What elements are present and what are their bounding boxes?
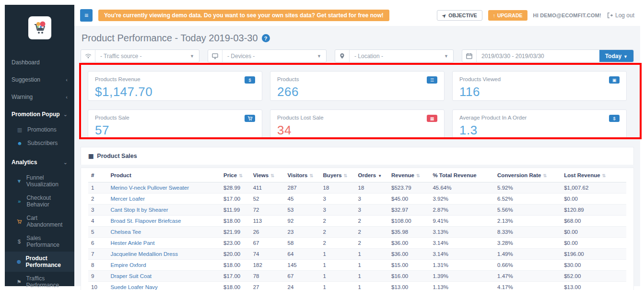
table-row: 5Chelsea Tee$21.99262322$35.983.13%8.33%… [88,227,626,238]
column-header-orders[interactable]: Orders▼ [355,168,388,182]
location-select[interactable]: - Location - ▼ [350,50,453,62]
cart-icon [245,115,255,122]
product-link[interactable]: Mercer Loafer [110,196,145,202]
up-arrow-icon: ↑ [493,12,495,18]
column-header-lost-revenue[interactable]: Lost Revenue⇅ [561,168,626,182]
cell-buyers: 18 [320,182,355,193]
sidebar-item-checkout-behavior[interactable]: »Checkout Behavior [5,191,74,211]
sidebar-item-promotions[interactable]: ▥Promotions [5,123,74,136]
sidebar-item-dashboard[interactable]: Dashboard [5,54,74,71]
upgrade-button[interactable]: ↑ UPGRADE [488,10,527,21]
cell-views: 26 [250,227,285,238]
sidebar-item-warning[interactable]: Warning‹ [5,88,74,106]
kpi-value: 266 [277,85,437,99]
cell-lost-revenue: $13.00 [561,282,626,290]
hamburger-menu-button[interactable]: ≡ [80,9,93,22]
kpi-value: 34 [277,123,437,138]
column-header-buyers[interactable]: Buyers⇅ [320,168,355,182]
sidebar-item-funnel-visualization[interactable]: ▼Funnel Visualization [5,171,74,191]
column-header-visitors[interactable]: Visitors⇅ [285,168,320,182]
cell-views: 52 [250,193,285,205]
today-button[interactable]: Today▼ [599,50,633,62]
cell-orders: 2 [355,238,388,249]
wifi-icon [81,50,95,62]
cell-revenue: $523.79 [388,182,430,193]
sidebar-item-label: Checkout Behavior [26,194,70,208]
fast-forward-icon: » [16,198,22,204]
cell-total-revenue: 2.87% [430,205,494,216]
sort-icon: ⇅ [543,173,547,178]
cell-conversion-rate: 2.13% [494,216,561,227]
sidebar-item-suggestion[interactable]: Suggestion‹ [5,71,74,88]
cell-visitors: 23 [285,227,320,238]
product-link[interactable]: Merino V-neck Pullover Sweater [110,185,189,191]
cell-lost-revenue: $196.00 [561,249,626,260]
table-icon: ▦ [88,153,94,159]
upgrade-label: UPGRADE [497,12,523,18]
cell-buyers: 1 [320,271,355,282]
table-row: 9Draper Suit Coat$17.00786711$16.001.39%… [88,271,626,282]
page-title: Product Performance - Today 2019-03-30 [82,33,258,44]
cell-price: $17.00 [221,193,250,205]
product-link[interactable]: Broad St. Flapover Briefcase [110,218,181,224]
cell-total-revenue: 1.39% [430,271,494,282]
cell-buyers: 2 [320,227,355,238]
product-link[interactable]: Draper Suit Coat [110,273,152,279]
logout-label: Log out [615,12,634,19]
objective-button[interactable]: ➤ OBJECTIVE [437,10,482,21]
sidebar-item-cart-abandonment[interactable]: Cart Abandonment [5,211,74,231]
sidebar-item-label: Promotion Popup [12,111,60,118]
logo-wrap [5,5,74,54]
demo-data-banner[interactable]: You're currently viewing demo data. Do y… [98,10,389,21]
cell-views: 113 [250,216,285,227]
column-header-views[interactable]: Views⇅ [250,168,285,182]
column-header-price[interactable]: Price⇅ [221,168,250,182]
column-header-revenue[interactable]: Revenue⇅ [388,168,430,182]
column-header-conversion-rate[interactable]: Conversion Rate⇅ [494,168,561,182]
help-icon[interactable]: ? [262,34,270,42]
product-link[interactable]: Chelsea Tee [110,229,141,235]
devices-select[interactable]: - Devices - ▼ [222,50,326,62]
cell-buyers: 1 [320,249,355,260]
product-link[interactable]: Suede Loafer Navy [110,284,157,290]
sidebar-item-analytics[interactable]: Analytics⌄ [5,154,74,171]
cell-: 10 [88,282,107,290]
cell-views: 411 [250,182,285,193]
cell-conversion-rate: 1.47% [494,271,561,282]
globe-icon: ⊕ [16,259,22,265]
caret-down-icon: ▼ [623,54,628,59]
app-logo[interactable] [28,16,51,39]
column-label: Lost Revenue [564,172,600,178]
caret-down-icon: ▼ [190,54,194,59]
date-range-input[interactable] [477,50,599,62]
sidebar-item-sales-performance[interactable]: $Sales Performance [5,231,74,252]
cell-lost-revenue: $1,007.62 [561,182,626,193]
sidebar-item-product-performance[interactable]: ⊕Product Performance [5,252,74,272]
product-link[interactable]: Empire Oxford [110,262,146,268]
product-link[interactable]: Jacqueline Medallion Dress [110,251,178,257]
logout-link[interactable]: Log out [607,12,634,19]
kpi-card-average-product-in-a-order: Average Product In A Order$1.3 [452,109,627,139]
cell-price: $11.99 [221,205,250,216]
cell-buyers: 2 [320,238,355,249]
sidebar-item-label: Analytics [12,159,37,166]
column-label: Buyers [323,172,342,178]
sidebar-item-traffics-performance[interactable]: ⚑Traffics Performance [5,272,74,290]
sort-icon: ⇅ [310,173,314,178]
cell-conversion-rate: 4.17% [494,282,561,290]
cell-visitors: 24 [285,282,320,290]
date-range-filter: Today▼ [462,49,634,62]
cell-lost-revenue: $30.00 [561,260,626,271]
sidebar-gap [5,150,74,154]
cell-visitors: 64 [285,249,320,260]
cell-lost-revenue: $0.00 [561,193,626,205]
cell-total-revenue: 45.64% [430,182,494,193]
product-link[interactable]: Cant Stop It by Shearer [110,207,168,213]
product-link[interactable]: Hester Ankle Pant [110,240,154,246]
sidebar-item-subscribers[interactable]: ☻Subscribers [5,136,74,150]
chevron-down-icon: ⌄ [63,159,68,166]
kpi-card-top: Average Product In A Order$ [459,115,620,122]
kpi-card-top: Products Viewed▣ [459,76,620,84]
sidebar-item-promotion-popup[interactable]: Promotion Popup⌄ [5,106,74,123]
traffic-source-select[interactable]: - Traffic source - ▼ [95,50,199,62]
